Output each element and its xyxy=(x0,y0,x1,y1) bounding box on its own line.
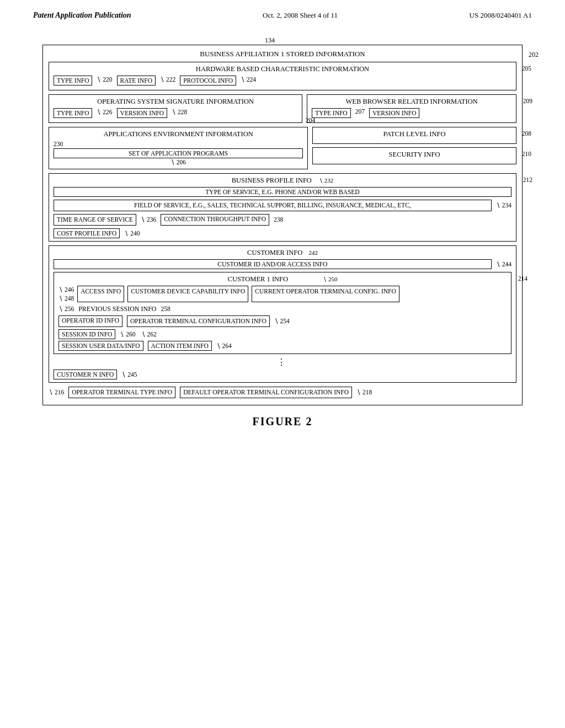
os-type-info: TYPE INFO xyxy=(54,108,92,118)
ref-250: ∖ 250 xyxy=(323,276,337,282)
ref-214-label: 214 xyxy=(518,275,527,282)
hw-section-title: HARDWARE BASED CHARACTERISTIC INFORMATIO… xyxy=(54,65,511,73)
session-id-box: SESSION ID INFO xyxy=(58,329,115,339)
operator-type-box: OPERATOR TERMINAL TYPE INFO xyxy=(68,387,175,398)
session-row: SESSION ID INFO ∖ 260 ∖ 262 xyxy=(58,329,507,339)
ref-230: 230 xyxy=(54,141,303,147)
session-user-row: SESSION USER DATA/INFO ACTION ITEM INFO … xyxy=(58,341,507,351)
customer1-devices-row: ∖ 246 ∖ 248 ACCESS INFO CUSTOMER DEVICE … xyxy=(58,286,507,302)
service-type-box: TYPE OF SERVICE, E.G. PHONE AND/OR WEB B… xyxy=(54,187,511,197)
prev-session-label: PREVIOUS SESSION INFO xyxy=(78,305,156,313)
operator-terminal-box: OPERATOR TERMINAL CONFIGURATION INFO xyxy=(127,315,270,327)
patch-security-col: 208 PATCH LEVEL INFO 210 SECURITY INFO xyxy=(312,127,516,169)
cost-info-box: COST PROFILE INFO xyxy=(54,228,120,238)
security-section: 210 SECURITY INFO xyxy=(312,147,516,164)
app-programs: SET OF APPLICATION PROGRAMS xyxy=(54,148,303,158)
hw-section: 205 HARDWARE BASED CHARACTERISTIC INFORM… xyxy=(49,62,516,90)
customer1-section: 214 CUSTOMER 1 INFO ∖ 250 ∖ 246 ∖ 248 AC… xyxy=(54,272,511,354)
app-section: APPLICATIONS ENVIRONMENT INFORMATION 230… xyxy=(49,127,308,169)
access-box: ACCESS INFO xyxy=(77,286,124,302)
ref-212: 212 xyxy=(523,176,532,183)
web-row: TYPE INFO 207 VERSION INFO xyxy=(312,108,511,118)
figure-label: FIGURE 2 xyxy=(33,415,532,428)
ref-206: ∖ 206 xyxy=(54,158,303,166)
business-section: 212 BUSINESS PROFILE INFO ∖ 232 TYPE OF … xyxy=(49,173,516,242)
app-patch-row: APPLICATIONS ENVIRONMENT INFORMATION 230… xyxy=(49,127,516,169)
ref-134: 134 xyxy=(265,36,532,45)
operator-box: CURRENT OPERATOR TERMINAL CONFIG. INFO xyxy=(252,286,399,302)
prev-session-row: ∖ 256 PREVIOUS SESSION INFO 258 xyxy=(58,305,507,313)
operator-id-row: OPERATOR ID INFO OPERATOR TERMINAL CONFI… xyxy=(58,315,507,327)
customer-section: CUSTOMER INFO 242 CUSTOMER ID AND/OR ACC… xyxy=(49,245,516,383)
ref-232: ∖ 232 xyxy=(319,177,333,184)
ref-242-label: 242 xyxy=(308,249,318,256)
main-diagram-box: 202 BUSINESS AFFILIATION 1 STORED INFORM… xyxy=(42,45,523,405)
ref-209: 209 xyxy=(523,98,532,104)
app-section-title: APPLICATIONS ENVIRONMENT INFORMATION xyxy=(54,130,303,138)
security-title: SECURITY INFO xyxy=(317,151,511,159)
web-type-info: TYPE INFO xyxy=(312,108,350,118)
customer-n-row: CUSTOMER N INFO ∖ 245 xyxy=(54,370,511,379)
customer-n-box: CUSTOMER N INFO xyxy=(54,370,117,379)
operator-id-box: OPERATOR ID INFO xyxy=(58,315,122,327)
time-connection-row: TIME RANGE OF SERVICE ∖ 236 CONNECTION T… xyxy=(54,214,511,226)
connection-info-box: CONNECTION THROUGHPUT INFO xyxy=(161,214,269,226)
customer1-title: CUSTOMER 1 INFO ∖ 250 xyxy=(58,275,507,283)
ref-202: 202 xyxy=(529,51,539,59)
web-version-info: VERSION INFO xyxy=(369,108,420,118)
patch-section: 208 PATCH LEVEL INFO xyxy=(312,127,516,144)
access-info-box: CUSTOMER ID AND/OR ACCESS INFO xyxy=(54,259,492,269)
session-user-box: SESSION USER DATA/INFO xyxy=(58,341,143,351)
rate-info-box: RATE INFO xyxy=(117,76,156,85)
os-section-title: OPERATING SYSTEM SIGNATURE INFORMATION xyxy=(54,98,297,106)
operator-terminal-row: ∖ 216 OPERATOR TERMINAL TYPE INFO DEFAUL… xyxy=(49,387,516,398)
hw-row: TYPE INFO ∖ 220 RATE INFO ∖ 222 PROTOCOL… xyxy=(54,76,511,85)
web-section-title: WEB BROWSER RELATED INFORMATION xyxy=(312,98,511,106)
time-range-box: TIME RANGE OF SERVICE xyxy=(54,214,136,226)
business-section-title: BUSINESS PROFILE INFO ∖ 232 xyxy=(54,176,511,185)
header-left: Patent Application Publication xyxy=(33,11,131,20)
default-operator-box: DEFAULT OPERATOR TERMINAL CONFIGURATION … xyxy=(180,387,352,398)
field-service-box: FIELD OF SERVICE, E.G., SALES, TECHNICAL… xyxy=(54,200,492,211)
patch-title: PATCH LEVEL INFO xyxy=(317,130,511,138)
page: Patent Application Publication Oct. 2, 2… xyxy=(0,0,565,728)
type-info-box: TYPE INFO xyxy=(54,76,92,85)
access-info-row: CUSTOMER ID AND/OR ACCESS INFO ∖ 244 xyxy=(54,259,511,269)
ref-246-248: ∖ 246 ∖ 248 xyxy=(58,286,74,302)
web-section: 209 WEB BROWSER RELATED INFORMATION TYPE… xyxy=(307,94,516,123)
protocol-info-box: PROTOCOL INFO xyxy=(180,76,236,85)
os-web-row: 204 OPERATING SYSTEM SIGNATURE INFORMATI… xyxy=(49,94,516,123)
os-section: 204 OPERATING SYSTEM SIGNATURE INFORMATI… xyxy=(49,94,302,123)
continuation-dots: ⋮ xyxy=(54,357,511,367)
cost-row: COST PROFILE INFO ∖ 240 xyxy=(54,228,511,238)
header-center: Oct. 2, 2008 Sheet 4 of 11 xyxy=(263,11,338,20)
ref-205: 205 xyxy=(522,65,531,72)
device-box: CUSTOMER DEVICE CAPABILITY INFO xyxy=(127,286,248,302)
customer-section-title: CUSTOMER INFO 242 xyxy=(54,249,511,257)
action-item-box: ACTION ITEM INFO xyxy=(148,341,212,351)
ref-208: 208 xyxy=(522,130,531,137)
main-box-title: BUSINESS AFFILIATION 1 STORED INFORMATIO… xyxy=(49,50,516,58)
header-right: US 2008/0240401 A1 xyxy=(470,11,532,20)
os-row: TYPE INFO ∖ 226 VERSION INFO ∖ 228 xyxy=(54,108,297,118)
header: Patent Application Publication Oct. 2, 2… xyxy=(33,11,532,20)
field-service-row: FIELD OF SERVICE, E.G., SALES, TECHNICAL… xyxy=(54,200,511,211)
ref-210: 210 xyxy=(522,151,531,157)
os-version-info: VERSION INFO xyxy=(117,108,168,118)
